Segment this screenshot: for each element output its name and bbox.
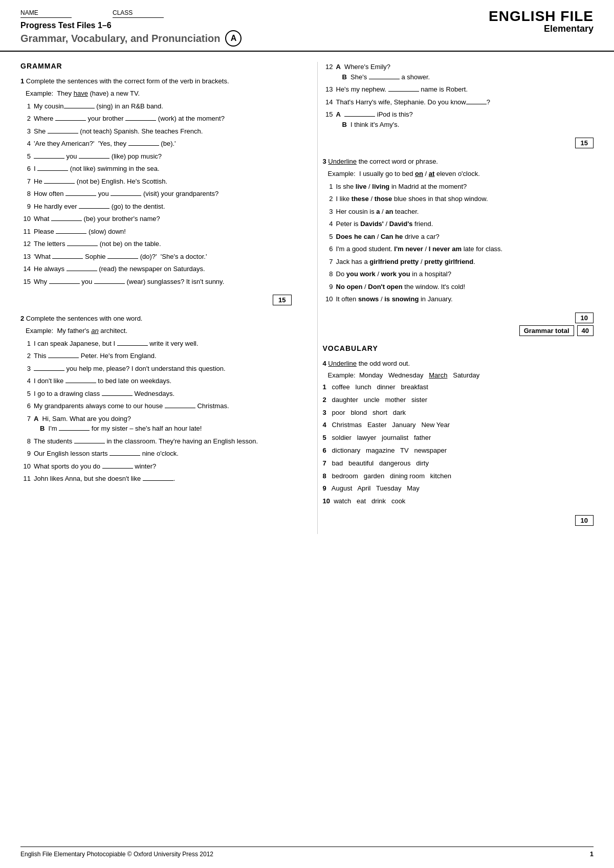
list-item: 12The letters (not be) on the table. xyxy=(20,239,292,249)
page-footer: English File Elementary Photocopiable © … xyxy=(20,847,594,858)
q2-score: 15 xyxy=(575,138,594,148)
q4-score: 10 xyxy=(575,515,594,526)
page-number: 1 xyxy=(590,850,594,858)
list-item: 4 Christmas Easter January New Year xyxy=(323,420,594,431)
list-item: 7He (not be) English. He's Scottish. xyxy=(20,176,292,187)
list-item: 2This Peter. He's from England. xyxy=(20,351,292,361)
list-item: 2Where your brother (work) at the moment… xyxy=(20,114,292,124)
list-item: 11John likes Anna, but she doesn't like … xyxy=(20,474,292,484)
list-item: 15A iPod is this?B I think it's Amy's. xyxy=(323,109,594,129)
list-item: 8How often you (visit) your grandparents… xyxy=(20,189,292,199)
list-item: 5I go to a drawing class Wednesdays. xyxy=(20,389,292,399)
page: NAME CLASS Progress Test Files 1–6 Gramm… xyxy=(0,0,614,868)
list-item: 3 you help me, please? I don't understan… xyxy=(20,364,292,374)
list-item: 3 poor blond short dark xyxy=(323,408,594,418)
list-item: 11Please (slow) down! xyxy=(20,227,292,237)
q4-example: Example: Monday Wednesday March Saturday xyxy=(328,371,594,379)
q3-intro: 3 Underline the correct word or phrase. xyxy=(323,157,594,167)
header-left: NAME CLASS Progress Test Files 1–6 Gramm… xyxy=(20,9,242,47)
list-item: 1Is she live / living in Madrid at the m… xyxy=(323,182,594,192)
q4-intro: 4 Underline the odd word out. xyxy=(323,359,594,369)
grammar-section-title: GRAMMAR xyxy=(20,62,292,70)
list-item: 10What sports do you do winter? xyxy=(20,461,292,472)
question-1-block: 1 Complete the sentences with the correc… xyxy=(20,76,292,305)
list-item: 14He always (read) the newspaper on Satu… xyxy=(20,264,292,274)
q1-example: Example: They have (have) a new TV. xyxy=(26,90,292,97)
list-item: 4Peter is Davids' / David's friend. xyxy=(323,219,594,229)
vocabulary-section-title: VOCABULARY xyxy=(323,344,594,352)
test-subtitle: Grammar, Vocabulary, and Pronunciation A xyxy=(20,30,242,47)
q3-list: 1Is she live / living in Madrid at the m… xyxy=(323,182,594,304)
left-column: GRAMMAR 1 Complete the sentences with th… xyxy=(20,62,302,534)
list-item: 13'What Sophie (do)?' 'She's a doctor.' xyxy=(20,252,292,262)
question-3-block: 3 Underline the correct word or phrase. … xyxy=(323,157,594,336)
q2-list: 1I can speak Japanese, but I write it ve… xyxy=(20,339,292,484)
list-item: 6 dictionary magazine TV newspaper xyxy=(323,446,594,456)
list-item: 6My grandparents always come to our hous… xyxy=(20,401,292,411)
grammar-total-label: Grammar total xyxy=(519,325,574,336)
list-item: 10It often snows / is snowing in January… xyxy=(323,294,594,304)
list-item: 7 bad beautiful dangerous dirty xyxy=(323,458,594,469)
q2-intro: 2 Complete the sentences with one word. xyxy=(20,314,292,324)
q2-continuation: 12A Where's Emily?B She's a shower. 13He… xyxy=(323,62,594,148)
q4-list: 1 coffee lunch dinner breakfast 2 daught… xyxy=(323,382,594,507)
right-column: 12A Where's Emily?B She's a shower. 13He… xyxy=(317,62,594,534)
main-content: GRAMMAR 1 Complete the sentences with th… xyxy=(0,52,614,544)
list-item: 5 soldier lawyer journalist father xyxy=(323,433,594,443)
list-item: 1 coffee lunch dinner breakfast xyxy=(323,382,594,393)
list-item: 8Do you work / work you in a hospital? xyxy=(323,269,594,279)
list-item: 2 daughter uncle mother sister xyxy=(323,395,594,406)
list-item: 4I don't like to bed late on weekdays. xyxy=(20,376,292,386)
list-item: 9 August April Tuesday May xyxy=(323,483,594,494)
list-item: 8The students in the classroom. They're … xyxy=(20,436,292,447)
list-item: 12A Where's Emily?B She's a shower. xyxy=(323,62,594,82)
list-item: 5Does he can / Can he drive a car? xyxy=(323,232,594,242)
list-item: 13He's my nephew. name is Robert. xyxy=(323,84,594,95)
list-item: 2I like these / those blue shoes in that… xyxy=(323,194,594,204)
q3-score: 10 xyxy=(575,313,594,323)
list-item: 15Why you (wear) sunglasses? It isn't su… xyxy=(20,277,292,287)
name-label: NAME xyxy=(20,9,72,18)
grammar-total-value: 40 xyxy=(577,325,594,336)
list-item: 6I (not like) swimming in the sea. xyxy=(20,164,292,174)
q3-example: Example: I usually go to bed on / at ele… xyxy=(328,170,594,177)
list-item: 7Jack has a girlfriend pretty / pretty g… xyxy=(323,257,594,267)
version-circle: A xyxy=(225,30,242,47)
page-header: NAME CLASS Progress Test Files 1–6 Gramm… xyxy=(0,0,614,52)
q2-extra-list: 12A Where's Emily?B She's a shower. 13He… xyxy=(323,62,594,129)
list-item: 8 bedroom garden dining room kitchen xyxy=(323,471,594,482)
list-item: 5 you (like) pop music? xyxy=(20,151,292,162)
q2-example: Example: My father's an architect. xyxy=(26,327,292,335)
copyright-text: English File Elementary Photocopiable © … xyxy=(20,851,213,858)
list-item: 3Her cousin is a / an teacher. xyxy=(323,207,594,217)
test-title: Progress Test Files 1–6 xyxy=(20,21,242,30)
q1-list: 1My cousin (sing) in an R&B band. 2Where… xyxy=(20,101,292,287)
list-item: 1My cousin (sing) in an R&B band. xyxy=(20,101,292,112)
list-item: 9Our English lesson starts nine o'clock. xyxy=(20,449,292,459)
list-item: 4'Are they American?' 'Yes, they (be).' xyxy=(20,139,292,149)
grammar-total-row: Grammar total 40 xyxy=(323,325,594,336)
question-4-block: 4 Underline the odd word out. Example: M… xyxy=(323,359,594,526)
list-item: 10 watch eat drink cook xyxy=(323,496,594,507)
list-item: 9No open / Don't open the window. It's c… xyxy=(323,282,594,292)
brand-name: ENGLISH FILE xyxy=(489,9,594,24)
list-item: 9He hardly ever (go) to the dentist. xyxy=(20,202,292,212)
list-item: 3She (not teach) Spanish. She teaches Fr… xyxy=(20,126,292,137)
list-item: 7A Hi, Sam. What are you doing?B I'm for… xyxy=(20,414,292,434)
q1-intro: 1 Complete the sentences with the correc… xyxy=(20,76,292,86)
list-item: 10What (be) your brother's name? xyxy=(20,214,292,224)
question-2-block: 2 Complete the sentences with one word. … xyxy=(20,314,292,484)
list-item: 6I'm a good student. I'm never / I never… xyxy=(323,244,594,254)
header-right: ENGLISH FILE Elementary xyxy=(489,9,594,34)
q1-score: 15 xyxy=(273,295,291,305)
list-item: 1I can speak Japanese, but I write it ve… xyxy=(20,339,292,349)
list-item: 14That's Harry's wife, Stephanie. Do you… xyxy=(323,97,594,107)
level-name: Elementary xyxy=(489,24,594,34)
class-label: CLASS xyxy=(113,9,164,18)
